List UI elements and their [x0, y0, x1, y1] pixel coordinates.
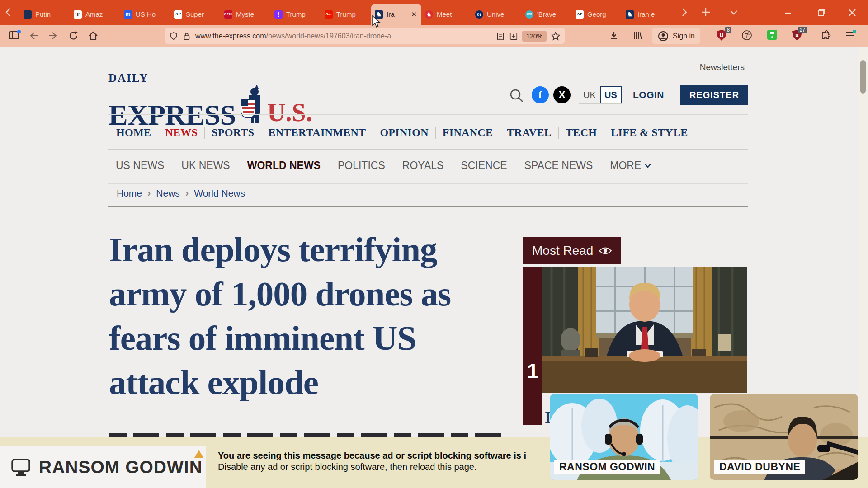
news-site-favicon [24, 10, 32, 19]
new-tab-button[interactable] [700, 6, 712, 18]
video-thumbnail-david-dubyne[interactable]: DAVID DUBYNE [710, 394, 858, 480]
life-favicon: LIFE [525, 10, 533, 19]
firefox-view-icon[interactable] [8, 29, 21, 41]
newsletters-link[interactable]: Newsletters [700, 62, 745, 72]
mouse-cursor [372, 15, 382, 28]
menu-hamburger-icon[interactable] [844, 30, 855, 41]
home-button[interactable] [88, 30, 99, 41]
nav-sports[interactable]: SPORTS [205, 127, 261, 139]
firefox-sign-in-button[interactable]: Sign in [652, 28, 700, 44]
nav-finance[interactable]: FINANCE [436, 127, 500, 139]
account-icon [657, 30, 669, 42]
nav-entertainment[interactable]: ENTERTAINMENT [261, 127, 373, 139]
page-scrollbar[interactable] [858, 47, 868, 488]
x-twitter-icon[interactable]: X [553, 86, 571, 103]
most-read-header: Most Read [523, 237, 621, 264]
facebook-icon[interactable]: f [532, 86, 549, 103]
nav-tech[interactable]: TECH [559, 127, 604, 139]
browser-tab[interactable]: NY POSTMyste [221, 4, 271, 25]
browser-tab[interactable]: SunTrump [321, 4, 371, 25]
video-caption: DAVID DUBYNE [714, 460, 805, 474]
scroll-tabs-right-icon[interactable] [678, 6, 690, 18]
subnav-science[interactable]: SCIENCE [461, 160, 507, 172]
warning-triangle-icon [194, 450, 203, 458]
adblock-extension-icon[interactable]: u 27 [792, 30, 803, 41]
downloads-icon[interactable] [609, 30, 619, 41]
login-link[interactable]: LOGIN [633, 89, 664, 100]
back-button[interactable] [28, 30, 39, 41]
library-icon[interactable] [632, 30, 643, 41]
tab-bar: Putin TAmaz mUS Ho APSuper NY POSTMyste … [0, 0, 868, 25]
scrollbar-thumb[interactable] [860, 60, 866, 94]
the-sun-favicon: Sun [325, 10, 333, 19]
subnav-uk-news[interactable]: UK NEWS [181, 160, 230, 172]
video-caption: RANSOM GODWIN [554, 460, 660, 474]
register-button[interactable]: REGISTER [680, 85, 748, 105]
close-tab-icon[interactable]: ✕ [410, 10, 418, 19]
palm-tree-extension-icon[interactable] [741, 30, 752, 41]
nav-opinion[interactable]: OPINION [373, 127, 435, 139]
browser-tab[interactable]: ♞Meet [421, 4, 472, 25]
lock-icon[interactable] [182, 31, 191, 41]
breadcrumb-news[interactable]: News [156, 188, 180, 199]
extensions-puzzle-icon[interactable] [821, 30, 831, 41]
browser-window: Putin TAmaz mUS Ho APSuper NY POSTMyste … [0, 0, 868, 488]
subnav-world-news[interactable]: WORLD NEWS [247, 160, 321, 172]
ransom-godwin-brand: RANSOM GODWIN [0, 446, 206, 488]
most-read-rank-badge: 1 [523, 267, 542, 425]
address-bar[interactable]: www.the-express.com/news/world-news/1976… [165, 28, 565, 44]
chevron-down-icon [644, 163, 651, 168]
save-to-pocket-icon[interactable] [509, 31, 518, 41]
browser-tab[interactable]: mUS Ho [120, 4, 170, 25]
nav-news[interactable]: NEWS [158, 127, 205, 139]
nav-travel[interactable]: TRAVEL [500, 127, 559, 139]
ublock-origin-icon[interactable]: U 8 [717, 30, 727, 41]
tracking-shield-icon[interactable] [169, 31, 178, 41]
subnav-space-news[interactable]: SPACE NEWS [524, 160, 593, 172]
browser-tab[interactable]: Putin [20, 4, 70, 25]
guardian-favicon: G [475, 10, 483, 19]
reload-button[interactable] [68, 30, 79, 41]
most-read-article-image[interactable] [542, 267, 747, 393]
url-text[interactable]: www.the-express.com/news/world-news/1976… [195, 32, 492, 40]
list-all-tabs-icon[interactable] [728, 6, 740, 18]
express-uk-favicon: ♞ [425, 10, 433, 19]
breadcrumb-separator: › [147, 188, 151, 199]
browser-tab[interactable]: APSuper [170, 4, 221, 25]
scroll-tabs-left-icon[interactable] [3, 6, 14, 18]
bookmark-star-icon[interactable] [551, 31, 561, 41]
browser-tab[interactable]: !Trump [271, 4, 321, 25]
browser-tab[interactable]: ♞Iran e [622, 4, 672, 25]
browser-tab[interactable]: APGeorg [572, 4, 622, 25]
window-restore-button[interactable] [815, 7, 826, 18]
ap-favicon: AP [174, 10, 182, 19]
subnav-politics[interactable]: POLITICS [338, 160, 385, 172]
browser-tab[interactable]: GUnive [472, 4, 522, 25]
window-minimize-button[interactable] [782, 7, 794, 18]
edition-uk-button[interactable]: UK [579, 86, 600, 103]
reader-mode-icon[interactable] [496, 31, 505, 41]
video-thumbnail-ransom-godwin[interactable]: RANSOM GODWIN [550, 394, 698, 480]
browser-tab[interactable]: LIFE'Brave [522, 4, 572, 25]
brand-name-text: RANSOM GODWIN [39, 457, 203, 477]
nav-home[interactable]: HOME [109, 127, 158, 139]
edition-toggle: UK US [579, 86, 622, 104]
tab-strip: Putin TAmaz mUS Ho APSuper NY POSTMyste … [20, 4, 672, 25]
zoom-level-badge[interactable]: 120% [522, 31, 547, 42]
secondary-navigation: US NEWS UK NEWS WORLD NEWS POLITICS ROYA… [116, 156, 651, 174]
ap-favicon: AP [576, 10, 584, 19]
search-icon[interactable] [509, 88, 525, 104]
medium-favicon: m [124, 10, 132, 19]
breadcrumb-home[interactable]: Home [117, 188, 142, 199]
browser-tab[interactable]: TAmaz [70, 4, 120, 25]
green-extension-icon[interactable] [767, 30, 778, 41]
subnav-more[interactable]: MORE [610, 160, 651, 172]
edition-us-button[interactable]: US [600, 86, 622, 103]
nav-life-style[interactable]: LIFE & STYLE [604, 127, 694, 139]
window-close-button[interactable] [846, 7, 858, 18]
breadcrumb-world-news[interactable]: World News [194, 188, 245, 199]
subnav-us-news[interactable]: US NEWS [116, 160, 164, 172]
forward-button[interactable] [48, 30, 59, 41]
subnav-royals[interactable]: ROYALS [402, 160, 444, 172]
yahoo-favicon: ! [274, 10, 283, 19]
